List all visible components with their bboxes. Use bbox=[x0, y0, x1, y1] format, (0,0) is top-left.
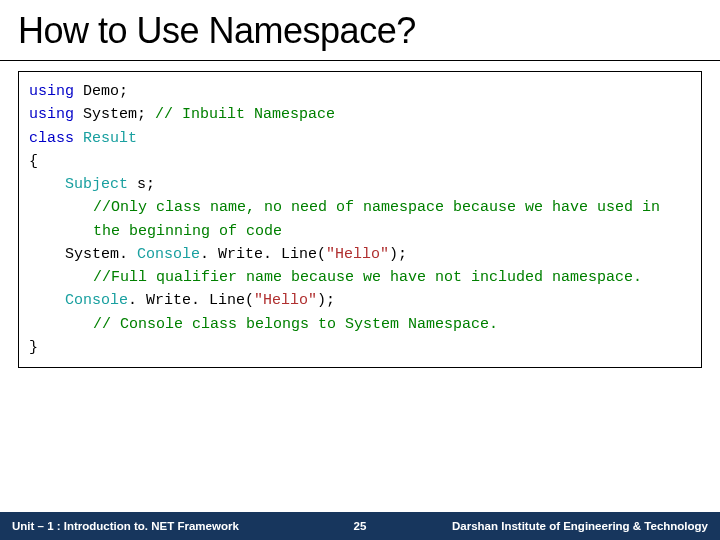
comment: // Console class belongs to System Names… bbox=[29, 313, 691, 336]
type-name: Subject bbox=[65, 176, 128, 193]
code-line: class Result bbox=[29, 127, 691, 150]
code-text bbox=[74, 130, 83, 147]
code-text: . Write. Line( bbox=[128, 292, 254, 309]
code-block: using Demo; using System; // Inbuilt Nam… bbox=[18, 71, 702, 368]
comment: // Inbuilt Namespace bbox=[155, 106, 335, 123]
code-line: using Demo; bbox=[29, 80, 691, 103]
keyword: class bbox=[29, 130, 74, 147]
comment: //Only class name, no need of namespace … bbox=[29, 196, 691, 243]
code-text: Demo; bbox=[74, 83, 128, 100]
code-text: System; bbox=[74, 106, 155, 123]
code-text: s; bbox=[128, 176, 155, 193]
comment: //Full qualifier name because we have no… bbox=[29, 266, 691, 289]
code-text: ); bbox=[317, 292, 335, 309]
code-line: System. Console. Write. Line("Hello"); bbox=[29, 243, 691, 266]
type-name: Console bbox=[65, 292, 128, 309]
code-text: System. bbox=[65, 246, 137, 263]
slide-title: How to Use Namespace? bbox=[0, 0, 720, 61]
code-text: ); bbox=[389, 246, 407, 263]
code-line: } bbox=[29, 336, 691, 359]
string-literal: "Hello" bbox=[254, 292, 317, 309]
code-line: Console. Write. Line("Hello"); bbox=[29, 289, 691, 312]
code-line: Subject s; bbox=[29, 173, 691, 196]
slide-footer: Unit – 1 : Introduction to. NET Framewor… bbox=[0, 512, 720, 540]
code-line: using System; // Inbuilt Namespace bbox=[29, 103, 691, 126]
keyword: using bbox=[29, 83, 74, 100]
string-literal: "Hello" bbox=[326, 246, 389, 263]
footer-right: Darshan Institute of Engineering & Techn… bbox=[452, 520, 708, 532]
code-line: { bbox=[29, 150, 691, 173]
keyword: using bbox=[29, 106, 74, 123]
code-text: . Write. Line( bbox=[200, 246, 326, 263]
type-name: Result bbox=[83, 130, 137, 147]
type-name: Console bbox=[137, 246, 200, 263]
